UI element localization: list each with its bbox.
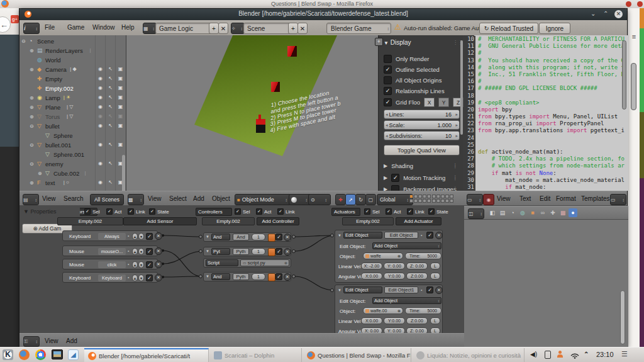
layer-cell[interactable] <box>414 195 418 198</box>
actuators-check-link[interactable]: ✓Link <box>407 208 425 215</box>
controller-block-0[interactable]: ▼AndAnd1✓✕ <box>203 232 291 242</box>
npanel-field-subdivisions[interactable]: ◂Subdivisions:10▸ <box>384 131 460 140</box>
controller-block-2[interactable]: ▼AndPyth1✓✕ <box>203 272 291 281</box>
properties-scrollbar[interactable] <box>620 290 625 344</box>
checkbox-icon[interactable]: ✓ <box>149 208 155 215</box>
texteditor-menu-view[interactable]: View <box>497 195 511 202</box>
layer-cell[interactable] <box>441 195 445 198</box>
edit-object-mode-dropdown[interactable]: Add Object↕ <box>372 242 441 249</box>
tree-row-world[interactable]: ◍World <box>19 56 126 65</box>
collapse-arrow-icon[interactable]: ▼ <box>206 249 209 253</box>
controller-delete-button[interactable]: ✕ <box>284 273 291 281</box>
tree-label[interactable]: RenderLayers <box>45 47 83 54</box>
clipboard-icon[interactable] <box>545 351 551 359</box>
select-toggle-icon[interactable]: ↖ <box>106 76 114 81</box>
tree-label[interactable]: enemy <box>45 161 64 167</box>
pin-icon[interactable]: • <box>128 249 129 253</box>
tree-row-plane[interactable]: ⊕▽Plane| ▽◉↖▣ <box>19 103 126 113</box>
tree-label[interactable]: Empty <box>45 76 62 82</box>
inc-arrow-icon[interactable]: ▸ <box>455 133 458 139</box>
actuator-name-field[interactable]: Edit Object <box>384 232 418 239</box>
scene-delete-button[interactable]: ✕ <box>297 23 308 34</box>
select-toggle-icon[interactable]: ↖ <box>106 104 114 110</box>
toggle-quad-view-button[interactable]: Toggle Quad View <box>384 145 460 156</box>
properties-editor[interactable]: ◫↕ ◧▤◔◍■∞✚▩● <box>464 206 628 348</box>
eye-toggle-icon[interactable]: ◉ <box>96 123 104 128</box>
expand-arrow-icon[interactable]: ▶ <box>384 186 387 191</box>
linear-x-field[interactable]: X:0.00 <box>361 317 382 324</box>
controllers-check-sel[interactable]: ✓Sel <box>235 208 250 215</box>
controllers-object-label[interactable]: Empty.002 <box>202 217 255 225</box>
gplus-icon[interactable]: g+ <box>11 15 19 23</box>
layer-cell[interactable] <box>450 195 453 198</box>
tree-row-camera[interactable]: ⊕◆Camera| ◆◉↖▣ <box>19 65 126 75</box>
eye-toggle-icon[interactable]: ◉ <box>96 113 104 119</box>
controller-state-field[interactable]: 1 <box>252 273 265 280</box>
sensor-block-0[interactable]: KeyboardAlways•▴▾✓✕ <box>62 230 158 241</box>
actuators-check-act[interactable]: ✓Act <box>386 208 401 215</box>
manipulator-translate-icon[interactable]: ➚ <box>345 194 356 205</box>
controller-type-dropdown[interactable]: And <box>211 234 230 240</box>
moveup-button[interactable]: ▴ <box>132 274 138 281</box>
expand-icon[interactable]: ⊕ <box>38 171 42 176</box>
pivot-dropdown[interactable]: ⊙↕ <box>308 194 331 205</box>
sensor-delete-button[interactable]: ✕ <box>155 247 162 255</box>
layout-selector[interactable]: Game Logic <box>155 23 213 34</box>
task-button-1[interactable]: Blender [/home/gabriele/Scaricati/t <box>84 348 209 362</box>
tree-row-bullet-001[interactable]: ⊖▽bullet.001◉↖▣ <box>19 141 126 150</box>
expand-icon[interactable]: ⊕ <box>30 95 34 101</box>
actuator-delete-button[interactable]: ✕ <box>435 286 443 294</box>
text-editor[interactable]: 10# MERCHANTABILITY or FITNESS FOR A PAR… <box>464 35 628 191</box>
menu-window[interactable]: Window <box>92 20 115 35</box>
unlink-icon[interactable]: ⊗ <box>397 254 401 258</box>
angular-x-field[interactable]: X:0.00 <box>361 273 382 280</box>
checkbox-icon[interactable]: ✓ <box>391 174 399 182</box>
layer-cell[interactable] <box>445 199 449 203</box>
movedown-button[interactable]: ▾ <box>138 274 144 281</box>
tree-row-empty[interactable]: ✚Empty◉↖▣ <box>19 75 126 84</box>
movedown-button[interactable]: ▾ <box>138 248 144 255</box>
sensor-name-field[interactable]: Keyboard <box>98 274 126 281</box>
logic-editor-icon[interactable]: ⚿↕ <box>23 336 40 347</box>
task-button-3[interactable]: Questions | Blend Swap - Mozilla Fi <box>303 348 411 362</box>
wifi-icon[interactable] <box>570 350 580 361</box>
scene-selector[interactable]: Scene <box>243 23 292 34</box>
render-tab-icon[interactable]: ◧ <box>488 208 497 217</box>
select-toggle-icon[interactable]: ↖ <box>106 179 114 185</box>
engine-selector[interactable]: Blender Game↕ <box>326 23 391 34</box>
actuator-enable-toggle[interactable]: ✓ <box>426 232 433 239</box>
controller-delete-button[interactable]: ✕ <box>284 234 291 241</box>
tree-label[interactable]: Empty.002 <box>45 85 74 92</box>
render-toggle-icon[interactable]: ▣ <box>116 66 125 72</box>
layout-add-button[interactable]: + <box>209 23 219 34</box>
checkbox-icon[interactable]: ✓ <box>277 208 284 215</box>
controller-enable-toggle[interactable]: ✓ <box>275 273 282 280</box>
firefox-launcher-icon[interactable] <box>19 349 30 360</box>
volume-icon[interactable]: ◀) <box>530 351 537 358</box>
tree-row-lamp[interactable]: ⊕◉Lamp| ☀◉↖▣ <box>19 94 126 103</box>
sensors-check-link[interactable]: ✓Link <box>128 208 145 215</box>
linear-z-field[interactable]: Z: 0.00 <box>406 263 428 269</box>
checkbox-icon[interactable]: ✓ <box>256 208 262 215</box>
layer-cell[interactable] <box>423 195 426 198</box>
sensor-name-field[interactable]: mouseO... <box>98 248 126 255</box>
sensor-delete-button[interactable]: ✕ <box>155 274 162 281</box>
axis-y-button[interactable]: Y <box>438 98 449 107</box>
viewport-menu-object[interactable]: Object <box>212 195 230 202</box>
actuators-object-label[interactable]: Empty.002 <box>342 217 394 225</box>
firefox-hamburger-icon[interactable]: ≡ <box>630 32 638 41</box>
layer-cell[interactable] <box>418 195 422 198</box>
controller-type-dropdown[interactable]: Pyt <box>211 248 230 255</box>
controller-name-field[interactable]: Pyth <box>233 248 249 255</box>
render-toggle-icon[interactable]: ▣ <box>116 104 125 110</box>
select-toggle-icon[interactable]: ↖ <box>106 123 114 128</box>
angular-y-field[interactable]: Y:0.00 <box>384 273 405 280</box>
npanel-panel-background-images[interactable]: ▶Background Images⡇ <box>384 185 457 191</box>
manipulator-axis-icon[interactable]: ✚ <box>335 194 346 205</box>
collapse-arrow-icon[interactable]: ▼ <box>206 235 209 239</box>
eye-toggle-icon[interactable]: ◉ <box>96 94 104 100</box>
controller-state-field[interactable]: 1 <box>252 234 265 240</box>
tree-row-renderlayers[interactable]: ⊕▤RenderLayers| <box>19 47 126 56</box>
unlink-icon[interactable]: ⊗ <box>284 261 287 265</box>
ignore-button[interactable]: Ignore <box>539 23 570 34</box>
